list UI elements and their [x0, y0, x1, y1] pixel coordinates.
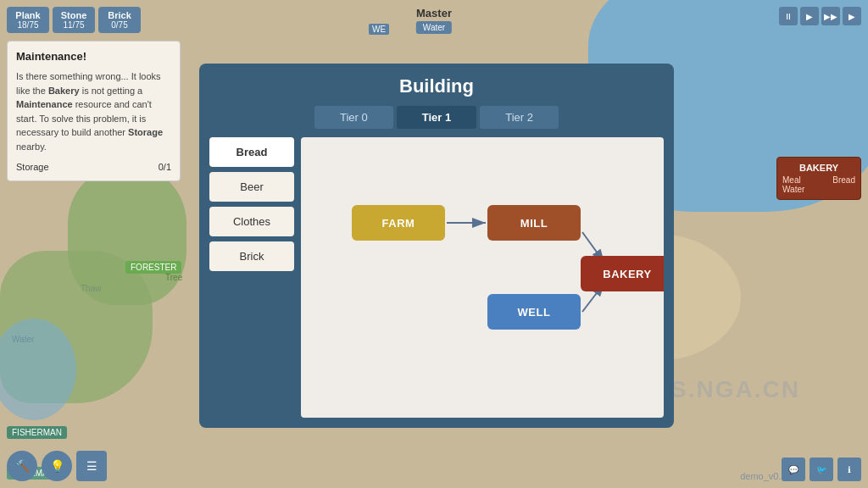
maintenance-description: Is there something wrong... It looks lik… [16, 69, 171, 153]
menu-button[interactable]: ☰ [76, 451, 107, 481]
info-button[interactable]: ℹ [837, 458, 861, 481]
pause-button[interactable]: ⏸ [779, 7, 798, 25]
forester-label: FORESTER [125, 261, 181, 274]
node-well: WELL [487, 294, 581, 330]
fast-forward-button[interactable]: ▶▶ [821, 7, 840, 25]
maintenance-title: Maintenance! [16, 50, 171, 63]
node-mill: MILL [487, 205, 581, 241]
stone-label: Stone [59, 10, 88, 20]
building-item-beer[interactable]: Beer [209, 172, 294, 202]
node-bakery: BAKERY [581, 256, 664, 291]
stone-resource: Stone 11/75 [53, 7, 95, 33]
bakery-water-label: Water [782, 185, 804, 194]
terrain-water-2 [0, 319, 76, 420]
storage-label: Storage [16, 162, 49, 172]
bakery-node-water: Water [782, 185, 855, 194]
forester-sub: Tree [165, 273, 182, 282]
bakery-label: BAKERY [603, 268, 651, 280]
plank-label: Plank [14, 10, 42, 20]
bakery-node-title: BAKERY [782, 163, 855, 173]
well-label: WELL [518, 306, 551, 319]
extra-button[interactable]: ▶ [843, 7, 861, 25]
diagram-area: FARM MILL BAKERY WELL [301, 137, 664, 418]
building-item-brick[interactable]: Brick [209, 241, 294, 271]
bakery-map-node: BAKERY Meal Bread Water [776, 157, 861, 200]
play-button[interactable]: ▶ [800, 7, 819, 25]
dialog-header: Building [199, 64, 674, 106]
master-label-area: Master Water [416, 7, 452, 34]
building-item-clothes[interactable]: Clothes [209, 207, 294, 236]
top-right-controls: ⏸ ▶ ▶▶ ▶ [779, 7, 861, 25]
dialog-body: Bread Beer Clothes Brick [209, 137, 664, 418]
bakery-node-meal: Meal Bread [782, 175, 855, 185]
resource-bars: Plank 18/75 Stone 11/75 Brick 0/75 [7, 7, 141, 33]
fisherman-label: FISHERMAN [7, 426, 67, 439]
tab-tier1[interactable]: Tier 1 [397, 106, 476, 129]
stone-count: 11/75 [59, 20, 88, 30]
light-button[interactable]: 💡 [42, 451, 72, 481]
thaw-label: Thaw [81, 284, 101, 293]
social-button[interactable]: 🐦 [810, 458, 833, 481]
tab-tier0[interactable]: Tier 0 [314, 106, 393, 129]
tab-tier2[interactable]: Tier 2 [480, 106, 559, 129]
storage-row: Storage 0/1 [16, 162, 171, 172]
farm-label: FARM [382, 217, 415, 230]
water-label-map: Water [12, 335, 34, 344]
tool-button[interactable]: 🔨 [7, 451, 37, 481]
building-dialog: Building Tier 0 Tier 1 Tier 2 Bread Beer… [199, 64, 674, 428]
we-label: WE [369, 24, 389, 35]
plank-count: 18/75 [14, 20, 42, 30]
bottom-controls: 🔨 💡 ☰ [7, 451, 107, 481]
water-badge: Water [416, 21, 452, 34]
maintenance-panel: Maintenance! Is there something wrong...… [7, 41, 181, 181]
node-farm: FARM [352, 205, 445, 241]
mill-label: MILL [520, 217, 548, 230]
master-text: Master [416, 7, 452, 19]
brick-resource: Brick 0/75 [98, 7, 141, 33]
dialog-tabs: Tier 0 Tier 1 Tier 2 [199, 106, 674, 137]
building-list: Bread Beer Clothes Brick [209, 137, 294, 418]
building-item-bread[interactable]: Bread [209, 137, 294, 167]
brick-label: Brick [105, 10, 134, 20]
dialog-title: Building [399, 75, 474, 97]
bakery-bread-label: Bread [832, 175, 855, 185]
chat-button[interactable]: 💬 [782, 458, 805, 481]
storage-value: 0/1 [159, 162, 171, 172]
plank-resource: Plank 18/75 [7, 7, 49, 33]
bakery-meal-label: Meal [782, 175, 801, 185]
bottom-right-controls: 💬 🐦 ℹ [782, 458, 861, 481]
brick-count: 0/75 [105, 20, 134, 30]
